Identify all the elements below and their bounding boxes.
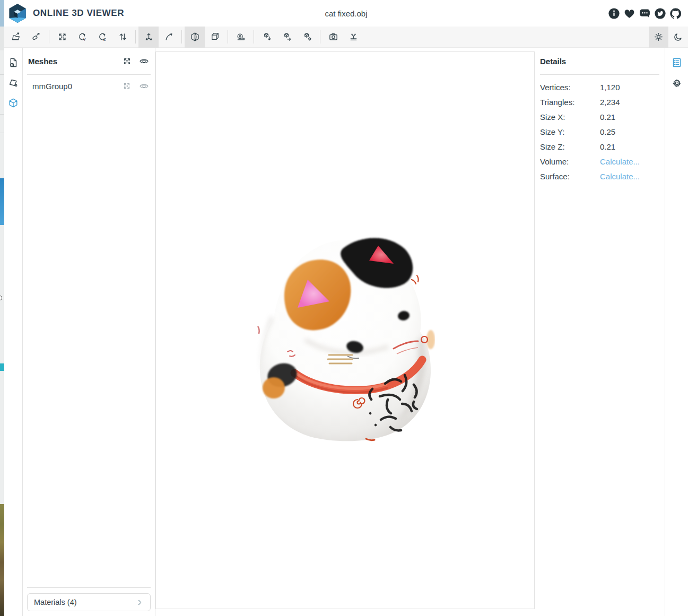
set-z-up-vector-button[interactable]: Z (92, 27, 112, 48)
strip-partial-icon (0, 296, 2, 300)
heart-icon[interactable] (622, 6, 637, 21)
strip-wallpaper (0, 504, 4, 616)
strip-line (0, 74, 4, 75)
app-root: ONLINE 3D VIEWER cat fixed.obj (4, 0, 688, 616)
strip-segment (0, 27, 4, 50)
detail-row-size-x: Size X: 0.21 (540, 109, 659, 124)
toolbar: Y Z (4, 27, 688, 48)
info-icon[interactable] (606, 6, 621, 21)
app-logo-icon[interactable] (7, 3, 28, 23)
create-snapshot-button[interactable] (323, 27, 343, 48)
panel-divider (540, 74, 659, 75)
detail-value: 0.25 (600, 127, 615, 136)
detail-row-vertices: Vertices: 1,120 (540, 80, 659, 94)
print-3d-button[interactable] (343, 27, 363, 48)
detail-value: 0.21 (600, 112, 615, 122)
meshes-panel: Meshes mmGroup0 (23, 48, 155, 616)
calculate-surface-link[interactable]: Calculate... (600, 172, 640, 181)
meshes-panel-title: Meshes (28, 57, 116, 66)
fit-model-to-window-button[interactable] (52, 27, 72, 48)
toolbar-separator (254, 30, 254, 44)
toolbar-separator (49, 30, 49, 44)
detail-row-size-z: Size Z: 0.21 (540, 139, 659, 154)
smooth-shading-button[interactable] (185, 27, 205, 48)
chat-icon[interactable] (637, 6, 652, 21)
strip-segment (0, 0, 4, 27)
flat-shading-button[interactable] (205, 27, 225, 48)
details-tab-icon[interactable] (671, 57, 683, 68)
toolbar-separator (228, 30, 228, 44)
detail-value: 2,234 (600, 98, 620, 107)
chevron-right-icon (136, 598, 144, 606)
details-panel: Details Vertices: 1,120 Triangles: 2,234… (535, 48, 665, 616)
loaded-file-name: cat fixed.obj (325, 9, 367, 18)
share-model-button[interactable] (297, 27, 317, 48)
left-icon-bar (4, 48, 23, 616)
set-y-up-vector-button[interactable]: Y (72, 27, 92, 48)
free-orbit-button[interactable] (159, 27, 179, 48)
panel-spacer (23, 97, 155, 587)
fit-all-meshes-icon[interactable] (121, 56, 133, 67)
mesh-visibility-eye-icon[interactable] (138, 81, 150, 92)
detail-row-surface: Surface: Calculate... (540, 169, 659, 184)
cat-model-render (255, 231, 435, 443)
details-panel-title: Details (540, 57, 659, 66)
toolbar-separator (135, 30, 136, 44)
viewport-3d-canvas[interactable] (155, 51, 535, 609)
strip-line (0, 114, 4, 115)
open-model-from-url-button[interactable] (26, 27, 46, 48)
toolbar-separator (320, 30, 320, 44)
details-panel-header: Details (540, 48, 659, 74)
meshes-panel-header: Meshes (23, 48, 155, 74)
materials-tab-icon[interactable] (7, 77, 19, 88)
app-title: ONLINE 3D VIEWER (33, 8, 124, 19)
calculate-volume-link[interactable]: Calculate... (600, 157, 640, 166)
mesh-item-label: mmGroup0 (32, 82, 116, 91)
file-details-tab-icon[interactable] (7, 57, 19, 68)
measure-button[interactable] (231, 27, 251, 48)
strip-segment (0, 363, 4, 371)
panel-divider (27, 587, 151, 588)
detail-label: Volume: (540, 157, 600, 166)
flip-up-vector-button[interactable] (112, 27, 133, 48)
theme-switcher (649, 27, 688, 48)
download-model-button[interactable] (257, 27, 277, 48)
detail-label: Surface: (540, 172, 600, 181)
settings-gear-icon[interactable] (671, 77, 683, 89)
detail-label: Size X: (540, 112, 600, 122)
github-icon[interactable] (668, 6, 683, 21)
strip-line (0, 133, 4, 133)
svg-text:Y: Y (83, 37, 85, 42)
toggle-all-visibility-eye-icon[interactable] (138, 56, 150, 67)
detail-value: 0.21 (600, 142, 615, 151)
strip-segment (0, 178, 4, 225)
detail-value: 1,120 (600, 83, 620, 92)
svg-text:Z: Z (103, 37, 106, 42)
background-window-strip (0, 0, 4, 616)
twitter-icon[interactable] (652, 6, 667, 21)
right-icon-bar (665, 48, 688, 616)
detail-label: Vertices: (540, 83, 600, 92)
detail-label: Triangles: (540, 98, 600, 107)
light-theme-button[interactable] (649, 27, 668, 48)
toolbar-separator (181, 30, 182, 44)
detail-row-triangles: Triangles: 2,234 (540, 94, 659, 109)
mesh-list-item[interactable]: mmGroup0 (23, 75, 155, 97)
detail-row-volume: Volume: Calculate... (540, 154, 659, 169)
detail-label: Size Z: (540, 142, 600, 151)
detail-row-size-y: Size Y: 0.25 (540, 124, 659, 139)
online-3d-viewer-window: { "header": { "app_title": "ONLINE 3D VI… (0, 0, 688, 616)
open-model-from-file-button[interactable] (6, 27, 26, 48)
detail-label: Size Y: (540, 127, 600, 136)
export-model-button[interactable] (277, 27, 297, 48)
materials-button[interactable]: Materials (4) (27, 593, 151, 611)
meshes-tab-icon[interactable] (7, 97, 19, 108)
fixed-up-vector-button[interactable] (138, 27, 159, 48)
fit-mesh-icon[interactable] (121, 81, 133, 92)
materials-button-label: Materials (4) (34, 598, 136, 606)
header-social-links (606, 6, 685, 21)
header: ONLINE 3D VIEWER cat fixed.obj (4, 0, 688, 27)
dark-theme-button[interactable] (668, 27, 688, 48)
details-rows: Vertices: 1,120 Triangles: 2,234 Size X:… (540, 80, 659, 184)
main-area: Meshes mmGroup0 (4, 48, 688, 616)
